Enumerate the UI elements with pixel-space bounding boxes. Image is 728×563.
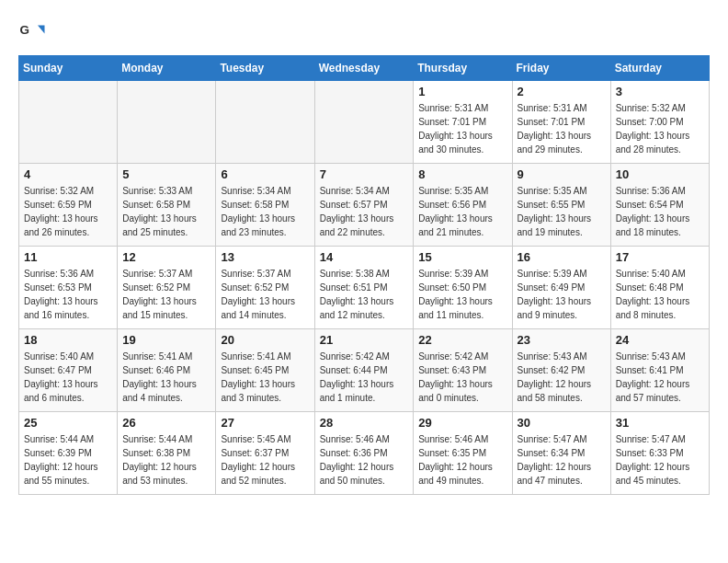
day-info: Sunrise: 5:39 AM Sunset: 6:50 PM Dayligh…: [418, 267, 506, 322]
day-info: Sunrise: 5:36 AM Sunset: 6:53 PM Dayligh…: [24, 267, 112, 322]
day-number: 4: [24, 167, 112, 181]
calendar-day-cell: 12Sunrise: 5:37 AM Sunset: 6:52 PM Dayli…: [118, 247, 216, 329]
day-info: Sunrise: 5:45 AM Sunset: 6:37 PM Dayligh…: [221, 432, 309, 488]
page-header: G: [18, 18, 710, 46]
calendar-day-cell: 9Sunrise: 5:35 AM Sunset: 6:55 PM Daylig…: [512, 164, 610, 247]
calendar-day-cell: [314, 81, 414, 164]
calendar-week-row: 4Sunrise: 5:32 AM Sunset: 6:59 PM Daylig…: [19, 164, 710, 247]
calendar-day-cell: [118, 81, 216, 164]
day-number: 7: [320, 167, 409, 181]
calendar-day-cell: 31Sunrise: 5:47 AM Sunset: 6:33 PM Dayli…: [610, 412, 709, 495]
day-number: 29: [418, 416, 506, 430]
day-number: 23: [518, 333, 606, 347]
day-info: Sunrise: 5:36 AM Sunset: 6:54 PM Dayligh…: [616, 184, 704, 239]
calendar-day-cell: [19, 81, 118, 164]
day-number: 28: [320, 416, 409, 430]
day-number: 9: [518, 167, 606, 181]
day-info: Sunrise: 5:35 AM Sunset: 6:55 PM Dayligh…: [518, 184, 606, 239]
day-info: Sunrise: 5:32 AM Sunset: 6:59 PM Dayligh…: [24, 184, 112, 239]
day-number: 25: [24, 416, 112, 430]
calendar-day-header: Tuesday: [216, 56, 314, 81]
day-info: Sunrise: 5:46 AM Sunset: 6:36 PM Dayligh…: [320, 432, 409, 488]
day-number: 8: [418, 167, 506, 181]
day-number: 15: [418, 250, 506, 264]
calendar-day-cell: 11Sunrise: 5:36 AM Sunset: 6:53 PM Dayli…: [19, 247, 118, 329]
calendar-day-cell: 7Sunrise: 5:34 AM Sunset: 6:57 PM Daylig…: [314, 164, 414, 247]
day-info: Sunrise: 5:31 AM Sunset: 7:01 PM Dayligh…: [518, 101, 606, 156]
calendar-day-cell: 2Sunrise: 5:31 AM Sunset: 7:01 PM Daylig…: [512, 81, 610, 164]
day-info: Sunrise: 5:32 AM Sunset: 7:00 PM Dayligh…: [616, 101, 704, 156]
day-info: Sunrise: 5:44 AM Sunset: 6:38 PM Dayligh…: [122, 432, 210, 488]
calendar-week-row: 18Sunrise: 5:40 AM Sunset: 6:47 PM Dayli…: [19, 329, 710, 412]
day-number: 31: [616, 416, 704, 430]
day-info: Sunrise: 5:40 AM Sunset: 6:48 PM Dayligh…: [616, 267, 704, 322]
day-number: 2: [518, 85, 606, 98]
day-number: 24: [616, 333, 704, 347]
calendar-day-cell: 21Sunrise: 5:42 AM Sunset: 6:44 PM Dayli…: [314, 329, 414, 412]
day-number: 6: [221, 167, 309, 181]
calendar-day-cell: 19Sunrise: 5:41 AM Sunset: 6:46 PM Dayli…: [118, 329, 216, 412]
day-number: 17: [616, 250, 704, 264]
calendar-day-cell: 26Sunrise: 5:44 AM Sunset: 6:38 PM Dayli…: [118, 412, 216, 495]
calendar-day-header: Friday: [512, 56, 610, 81]
calendar-day-cell: 3Sunrise: 5:32 AM Sunset: 7:00 PM Daylig…: [610, 81, 709, 164]
calendar-day-cell: 15Sunrise: 5:39 AM Sunset: 6:50 PM Dayli…: [414, 247, 512, 329]
calendar-day-cell: 29Sunrise: 5:46 AM Sunset: 6:35 PM Dayli…: [414, 412, 512, 495]
logo: G: [18, 18, 50, 46]
day-info: Sunrise: 5:42 AM Sunset: 6:44 PM Dayligh…: [320, 350, 409, 405]
calendar-day-cell: 20Sunrise: 5:41 AM Sunset: 6:45 PM Dayli…: [216, 329, 314, 412]
day-info: Sunrise: 5:42 AM Sunset: 6:43 PM Dayligh…: [418, 350, 506, 405]
calendar-day-cell: 23Sunrise: 5:43 AM Sunset: 6:42 PM Dayli…: [512, 329, 610, 412]
day-number: 5: [122, 167, 210, 181]
day-info: Sunrise: 5:41 AM Sunset: 6:46 PM Dayligh…: [122, 350, 210, 405]
day-info: Sunrise: 5:38 AM Sunset: 6:51 PM Dayligh…: [320, 267, 409, 322]
day-info: Sunrise: 5:43 AM Sunset: 6:42 PM Dayligh…: [518, 350, 606, 405]
day-number: 30: [518, 416, 606, 430]
calendar-day-cell: 6Sunrise: 5:34 AM Sunset: 6:58 PM Daylig…: [216, 164, 314, 247]
calendar-day-cell: 14Sunrise: 5:38 AM Sunset: 6:51 PM Dayli…: [314, 247, 414, 329]
day-number: 1: [418, 85, 506, 98]
day-info: Sunrise: 5:37 AM Sunset: 6:52 PM Dayligh…: [221, 267, 309, 322]
day-number: 3: [616, 85, 704, 98]
day-info: Sunrise: 5:34 AM Sunset: 6:57 PM Dayligh…: [320, 184, 409, 239]
day-number: 10: [616, 167, 704, 181]
day-number: 21: [320, 333, 409, 347]
day-number: 20: [221, 333, 309, 347]
calendar-week-row: 11Sunrise: 5:36 AM Sunset: 6:53 PM Dayli…: [19, 247, 710, 329]
day-info: Sunrise: 5:39 AM Sunset: 6:49 PM Dayligh…: [518, 267, 606, 322]
day-info: Sunrise: 5:34 AM Sunset: 6:58 PM Dayligh…: [221, 184, 309, 239]
calendar-day-cell: 28Sunrise: 5:46 AM Sunset: 6:36 PM Dayli…: [314, 412, 414, 495]
calendar-day-cell: 18Sunrise: 5:40 AM Sunset: 6:47 PM Dayli…: [19, 329, 118, 412]
day-number: 16: [518, 250, 606, 264]
calendar-day-cell: 16Sunrise: 5:39 AM Sunset: 6:49 PM Dayli…: [512, 247, 610, 329]
day-number: 26: [122, 416, 210, 430]
day-number: 27: [221, 416, 309, 430]
calendar-day-cell: 30Sunrise: 5:47 AM Sunset: 6:34 PM Dayli…: [512, 412, 610, 495]
calendar-day-cell: 27Sunrise: 5:45 AM Sunset: 6:37 PM Dayli…: [216, 412, 314, 495]
calendar-day-cell: 24Sunrise: 5:43 AM Sunset: 6:41 PM Dayli…: [610, 329, 709, 412]
svg-marker-1: [38, 26, 45, 34]
day-info: Sunrise: 5:33 AM Sunset: 6:58 PM Dayligh…: [122, 184, 210, 239]
calendar-day-header: Wednesday: [314, 56, 414, 81]
calendar-day-header: Thursday: [414, 56, 512, 81]
calendar-day-header: Saturday: [610, 56, 709, 81]
calendar-day-cell: 22Sunrise: 5:42 AM Sunset: 6:43 PM Dayli…: [414, 329, 512, 412]
logo-icon: G: [18, 18, 46, 46]
day-number: 19: [122, 333, 210, 347]
day-info: Sunrise: 5:47 AM Sunset: 6:33 PM Dayligh…: [616, 432, 704, 488]
day-info: Sunrise: 5:44 AM Sunset: 6:39 PM Dayligh…: [24, 432, 112, 488]
calendar-day-cell: [216, 81, 314, 164]
calendar-day-cell: 5Sunrise: 5:33 AM Sunset: 6:58 PM Daylig…: [118, 164, 216, 247]
calendar-day-cell: 17Sunrise: 5:40 AM Sunset: 6:48 PM Dayli…: [610, 247, 709, 329]
calendar-header-row: SundayMondayTuesdayWednesdayThursdayFrid…: [19, 56, 710, 81]
calendar-day-cell: 8Sunrise: 5:35 AM Sunset: 6:56 PM Daylig…: [414, 164, 512, 247]
day-info: Sunrise: 5:41 AM Sunset: 6:45 PM Dayligh…: [221, 350, 309, 405]
day-number: 13: [221, 250, 309, 264]
calendar-week-row: 25Sunrise: 5:44 AM Sunset: 6:39 PM Dayli…: [19, 412, 710, 495]
calendar-table: SundayMondayTuesdayWednesdayThursdayFrid…: [18, 55, 710, 495]
day-number: 12: [122, 250, 210, 264]
day-number: 11: [24, 250, 112, 264]
day-info: Sunrise: 5:37 AM Sunset: 6:52 PM Dayligh…: [122, 267, 210, 322]
day-info: Sunrise: 5:40 AM Sunset: 6:47 PM Dayligh…: [24, 350, 112, 405]
calendar-day-cell: 25Sunrise: 5:44 AM Sunset: 6:39 PM Dayli…: [19, 412, 118, 495]
